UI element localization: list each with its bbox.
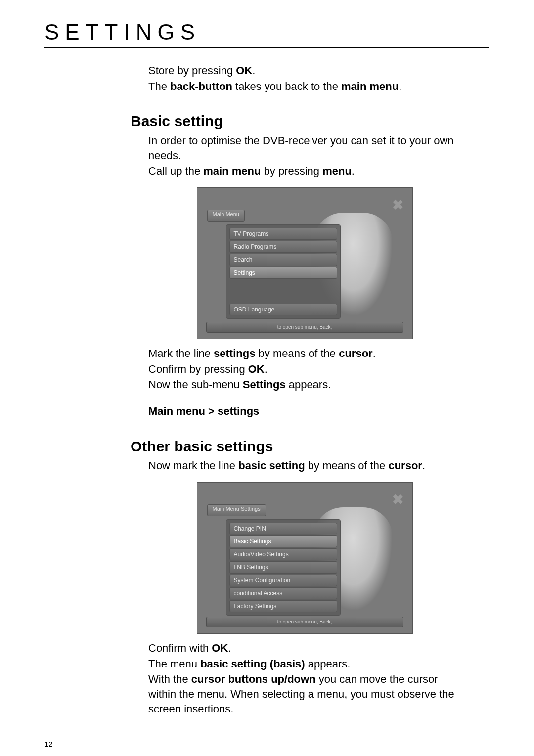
- osd-menu-item: Settings: [229, 267, 337, 279]
- text: by means of the: [305, 459, 389, 472]
- text: Now the sub-menu: [148, 378, 243, 391]
- text: With the: [148, 673, 191, 685]
- intro-line-1: Store by pressing OK.: [148, 63, 460, 78]
- logo-icon: ✖: [392, 490, 403, 509]
- paragraph: Call up the main menu by pressing menu.: [148, 164, 460, 178]
- osd-menu-item: conditional Access: [229, 587, 337, 599]
- text: .: [265, 363, 267, 375]
- bold-cursor-buttons: cursor buttons up/down: [191, 673, 316, 685]
- screenshot-main-menu: ✖ Main Menu TV ProgramsRadio ProgramsSea…: [197, 187, 412, 339]
- bold-main-menu: main menu: [341, 80, 399, 92]
- bold-cursor: cursor: [339, 347, 372, 359]
- osd-menu-item: Basic Settings: [229, 535, 337, 547]
- text: Store by pressing: [148, 64, 236, 77]
- bold-main-menu: main menu: [203, 165, 261, 177]
- osd-menu-item: Radio Programs: [229, 241, 337, 253]
- logo-icon: ✖: [392, 196, 403, 215]
- bold-ok: OK: [212, 642, 228, 654]
- text: appears.: [286, 378, 331, 391]
- text: takes you back to the: [232, 80, 341, 92]
- text: .: [228, 642, 231, 654]
- breadcrumb: Main Menu: [207, 210, 245, 222]
- text: Confirm by pressing: [148, 363, 248, 375]
- osd-menu-item: System Configuration: [229, 575, 337, 586]
- bold-ok: OK: [248, 363, 265, 375]
- bold-basic-setting: basic setting: [238, 459, 305, 472]
- breadcrumb-label: Main menu > settings: [148, 404, 460, 419]
- text: .: [422, 459, 425, 472]
- bold-ok: OK: [236, 64, 252, 77]
- osd-menu-item: LNB Settings: [229, 561, 337, 573]
- osd-menu: TV ProgramsRadio ProgramsSearchSettingsO…: [226, 224, 341, 319]
- text: .: [252, 64, 255, 77]
- bold-cursor: cursor: [388, 459, 422, 472]
- text: The: [148, 80, 170, 92]
- text: .: [399, 80, 401, 92]
- text: .: [352, 165, 355, 177]
- osd-menu-item: Change PIN: [229, 523, 337, 534]
- paragraph: Confirm by pressing OK.: [148, 362, 460, 377]
- paragraph: Confirm with OK.: [148, 641, 460, 656]
- paragraph: With the cursor buttons up/down you can …: [148, 672, 460, 716]
- content-column: Store by pressing OK. The back-button ta…: [44, 63, 490, 716]
- section-heading-other-basic-settings: Other basic settings: [131, 437, 460, 457]
- section-heading-basic-setting: Basic setting: [131, 111, 460, 132]
- page-title: SETTINGS: [44, 20, 490, 44]
- osd-menu: Change PINBasic SettingsAudio/Video Sett…: [226, 519, 341, 616]
- osd-menu-item: TV Programs: [229, 228, 337, 240]
- paragraph: Now mark the line basic setting by means…: [148, 458, 460, 473]
- page-number: 12: [44, 740, 490, 748]
- osd-menu-item: Audio/Video Settings: [229, 548, 337, 560]
- bold-basic-setting-basis: basic setting (basis): [200, 658, 305, 670]
- osd-footer: to open sub menu, Back,: [206, 617, 403, 627]
- paragraph: In order to optimise the DVB-receiver yo…: [148, 133, 460, 163]
- divider: [44, 47, 490, 48]
- screenshot-settings-menu: ✖ Main Menu:Settings Change PINBasic Set…: [197, 482, 412, 634]
- paragraph: The menu basic setting (basis) appears.: [148, 657, 460, 671]
- osd-menu-item: Factory Settings: [229, 600, 337, 612]
- text: .: [373, 347, 376, 359]
- text: Call up the: [148, 165, 203, 177]
- intro-line-2: The back-button takes you back to the ma…: [148, 79, 460, 94]
- osd-footer: to open sub menu, Back,: [206, 322, 403, 333]
- bold-menu: menu: [322, 165, 352, 177]
- osd-menu-item: OSD Language: [229, 304, 337, 315]
- osd-menu-item: Search: [229, 254, 337, 266]
- text: Confirm with: [148, 642, 212, 654]
- text: appears.: [305, 658, 351, 670]
- bold-back-button: back-button: [170, 80, 232, 92]
- text: Mark the line: [148, 347, 214, 359]
- text: The menu: [148, 658, 200, 670]
- text: by pressing: [261, 165, 322, 177]
- text: by means of the: [255, 347, 339, 359]
- paragraph: Mark the line settings by means of the c…: [148, 346, 460, 361]
- breadcrumb: Main Menu:Settings: [207, 504, 266, 516]
- bold-settings: settings: [214, 347, 255, 359]
- bold-settings: Settings: [243, 378, 286, 391]
- text: Now mark the line: [148, 459, 238, 472]
- paragraph: Now the sub-menu Settings appears.: [148, 377, 460, 392]
